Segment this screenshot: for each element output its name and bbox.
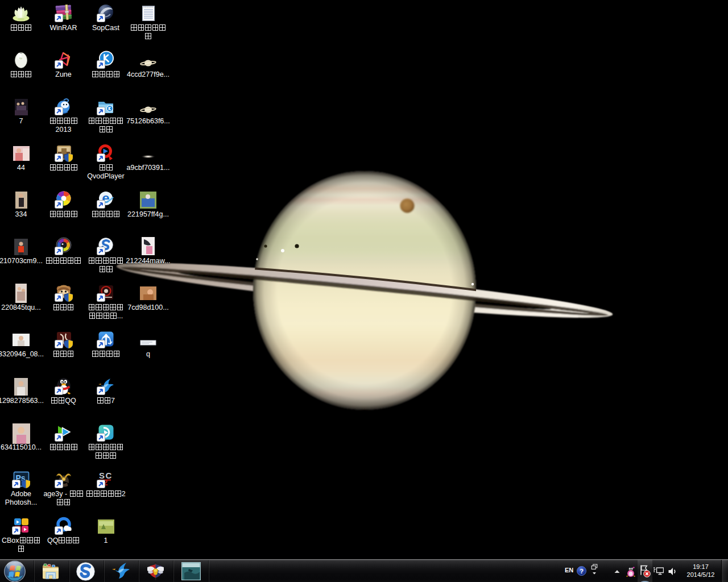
svg-text:?: ? [580,568,584,575]
